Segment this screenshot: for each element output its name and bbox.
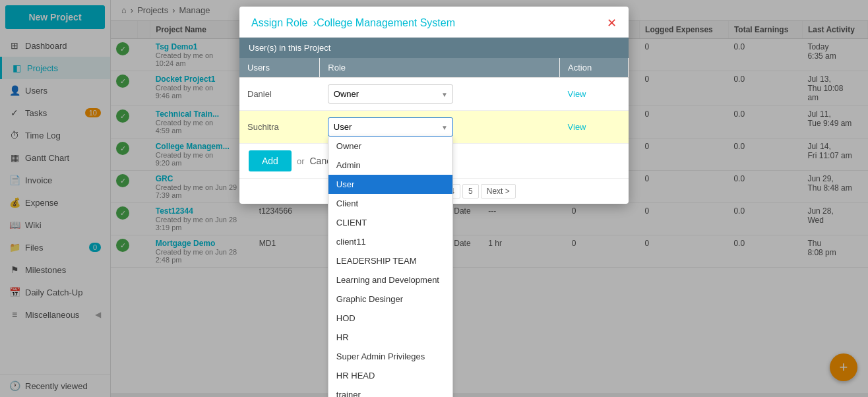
view-link-suchitra[interactable]: View (568, 122, 586, 132)
role-dropdown-menu: Owner Admin User Client CLIENT client11 … (328, 137, 453, 397)
user-name-daniel: Daniel (239, 78, 320, 111)
modal-title: Assign Role ›College Management System (251, 17, 455, 29)
col-role: Role (320, 58, 560, 78)
user-action-suchitra: View (560, 111, 629, 144)
add-button[interactable]: Add (249, 150, 292, 171)
modal-page-5[interactable]: 5 (462, 184, 479, 198)
modal-header: Assign Role ›College Management System ✕ (239, 7, 629, 38)
dropdown-item-hr[interactable]: HR (328, 328, 452, 347)
dropdown-item-CLIENT[interactable]: CLIENT (328, 213, 452, 232)
dropdown-item-leadership-team[interactable]: LEADERSHIP TEAM (328, 251, 452, 270)
modal-next-button[interactable]: Next > (481, 184, 516, 198)
modal-project-name: ›College Management System (313, 17, 455, 28)
role-select-wrapper-suchitra: Owner Admin User Client Owner Admin User… (328, 117, 453, 137)
dropdown-item-client[interactable]: Client (328, 194, 452, 213)
dropdown-item-graphic-desinger[interactable]: Graphic Desinger (328, 290, 452, 309)
role-select-daniel[interactable]: Owner Admin User (328, 84, 453, 104)
dropdown-item-owner[interactable]: Owner (328, 137, 452, 156)
dropdown-item-learning-development[interactable]: Learning and Development (328, 270, 452, 290)
user-role-suchitra: Owner Admin User Client Owner Admin User… (320, 111, 560, 144)
user-row-suchitra: Suchitra Owner Admin User Client Own (239, 111, 629, 144)
col-action: Action (560, 58, 629, 78)
users-section-header: User(s) in this Project (239, 38, 629, 58)
user-name-suchitra: Suchitra (239, 111, 320, 144)
modal-close-button[interactable]: ✕ (607, 16, 617, 30)
dropdown-item-trainer[interactable]: trainer (328, 385, 452, 397)
assign-role-modal: Assign Role ›College Management System ✕… (239, 7, 629, 204)
dropdown-item-user[interactable]: User (328, 175, 452, 194)
view-link-daniel[interactable]: View (568, 89, 586, 99)
user-role-daniel: Owner Admin User (320, 78, 560, 111)
modal-users-table: Users Role Action Daniel Owner Admin Use… (239, 58, 629, 144)
user-action-daniel: View (560, 78, 629, 111)
user-row-daniel: Daniel Owner Admin User View (239, 78, 629, 111)
role-select-suchitra[interactable]: Owner Admin User Client (328, 117, 453, 137)
dropdown-item-admin[interactable]: Admin (328, 156, 452, 175)
or-text: or (297, 156, 305, 166)
col-users: Users (239, 58, 320, 78)
role-select-wrapper-daniel: Owner Admin User (328, 84, 453, 104)
dropdown-item-hod[interactable]: HOD (328, 309, 452, 328)
modal-title-text: Assign Role (251, 17, 307, 28)
dropdown-item-client11[interactable]: client11 (328, 232, 452, 251)
dropdown-item-hr-head[interactable]: HR HEAD (328, 366, 452, 385)
dropdown-item-super-admin[interactable]: Super Admin Privileges (328, 347, 452, 366)
modal-overlay[interactable]: Assign Role ›College Management System ✕… (0, 0, 868, 397)
